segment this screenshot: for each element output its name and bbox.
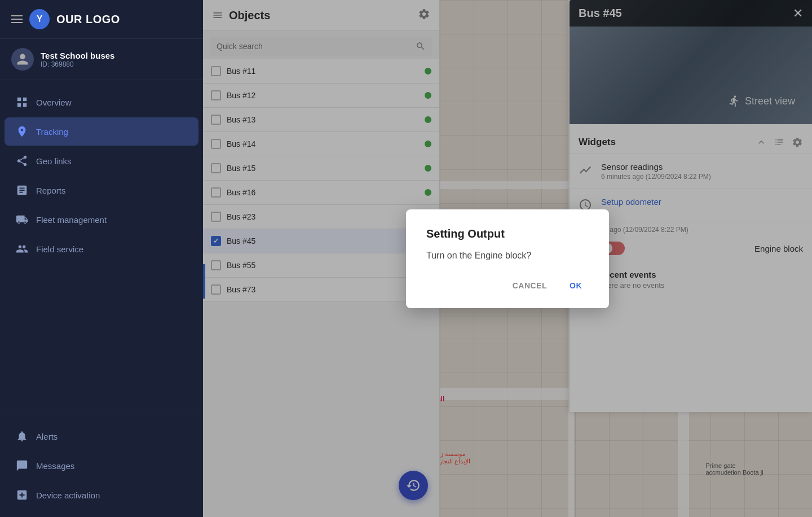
hamburger-icon[interactable] bbox=[11, 15, 23, 23]
modal-ok-button[interactable]: OK bbox=[563, 277, 589, 295]
sidebar-label-alerts: Alerts bbox=[36, 432, 58, 441]
sidebar-label-geo-links: Geo links bbox=[36, 156, 72, 166]
user-section: Test School buses ID: 369880 bbox=[0, 39, 203, 80]
svg-rect-0 bbox=[17, 98, 21, 101]
user-id: ID: 369880 bbox=[41, 60, 114, 68]
svg-rect-3 bbox=[23, 103, 27, 107]
logo-initial: Y bbox=[37, 14, 43, 24]
sidebar-item-overview[interactable]: Overview bbox=[5, 88, 198, 116]
sidebar-label-tracking: Tracking bbox=[36, 127, 68, 137]
modal-overlay: Setting Output Turn on the Engine block?… bbox=[203, 0, 812, 517]
sidebar-label-field: Field service bbox=[36, 244, 83, 254]
nav-section: Overview Tracking Geo links Reports Flee… bbox=[0, 80, 203, 414]
setting-output-modal: Setting Output Turn on the Engine block?… bbox=[406, 209, 609, 308]
modal-title: Setting Output bbox=[426, 227, 589, 240]
sidebar-item-alerts[interactable]: Alerts bbox=[5, 422, 198, 450]
user-name: Test School buses bbox=[41, 51, 114, 60]
sidebar-item-device[interactable]: Device activation bbox=[5, 481, 198, 509]
sidebar-item-tracking[interactable]: Tracking bbox=[5, 117, 198, 146]
modal-cancel-button[interactable]: CANCEL bbox=[506, 277, 554, 295]
sidebar-item-field[interactable]: Field service bbox=[5, 235, 198, 263]
logo-circle: Y bbox=[29, 9, 50, 29]
avatar bbox=[11, 48, 34, 71]
sidebar-item-fleet[interactable]: Fleet management bbox=[5, 205, 198, 234]
sidebar-label-messages: Messages bbox=[36, 461, 74, 471]
sidebar-label-overview: Overview bbox=[36, 98, 72, 107]
sidebar-label-fleet: Fleet management bbox=[36, 215, 107, 225]
sidebar-item-messages[interactable]: Messages bbox=[5, 452, 198, 480]
modal-body: Turn on the Engine block? bbox=[426, 251, 589, 261]
sidebar-label-reports: Reports bbox=[36, 186, 66, 195]
sidebar-item-reports[interactable]: Reports bbox=[5, 176, 198, 204]
sidebar-label-device: Device activation bbox=[36, 490, 100, 500]
modal-actions: CANCEL OK bbox=[426, 277, 589, 295]
user-info: Test School buses ID: 369880 bbox=[41, 51, 114, 68]
logo-text: OUR LOGO bbox=[56, 13, 120, 26]
sidebar: Y OUR LOGO Test School buses ID: 369880 … bbox=[0, 0, 203, 517]
main-area: Mosque مشبلnursery Shopping mall Prime g… bbox=[203, 0, 812, 517]
svg-rect-2 bbox=[17, 103, 21, 107]
sidebar-item-geo-links[interactable]: Geo links bbox=[5, 147, 198, 175]
sidebar-header: Y OUR LOGO bbox=[0, 0, 203, 39]
svg-rect-1 bbox=[23, 98, 27, 101]
nav-bottom: Alerts Messages Device activation bbox=[0, 414, 203, 517]
